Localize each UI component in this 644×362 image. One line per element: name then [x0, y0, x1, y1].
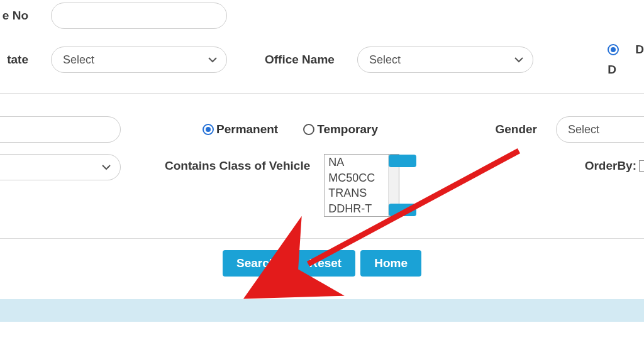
- input-left-cut[interactable]: [0, 116, 121, 143]
- search-button[interactable]: Search: [223, 250, 290, 277]
- multiselect-class-vehicle[interactable]: NA MC50CC TRANS DDHR-T: [324, 154, 399, 217]
- scrollbar[interactable]: [388, 155, 399, 216]
- select-gender[interactable]: Select: [556, 116, 644, 143]
- radio-right-top[interactable]: [608, 44, 621, 55]
- scroll-down-icon[interactable]: [389, 204, 416, 216]
- chevron-down-icon: [208, 55, 218, 65]
- radio-temporary[interactable]: Temporary: [303, 123, 378, 136]
- select-gender-value: Select: [568, 123, 599, 136]
- input-no[interactable]: [51, 3, 227, 29]
- label-no: e No: [0, 9, 28, 23]
- home-button[interactable]: Home: [360, 250, 421, 277]
- select-left-cut[interactable]: [0, 154, 121, 180]
- select-state[interactable]: Select: [51, 47, 227, 73]
- chevron-down-icon: [101, 162, 111, 172]
- label-right-top: D: [635, 43, 644, 57]
- select-state-value: Select: [63, 53, 94, 67]
- reset-button[interactable]: Reset: [295, 250, 355, 277]
- radio-dot-icon: [608, 44, 619, 55]
- select-office-value: Select: [369, 53, 401, 67]
- footer-band: [0, 299, 644, 322]
- scroll-up-icon[interactable]: [389, 155, 416, 167]
- radio-permanent-label: Permanent: [216, 123, 278, 136]
- label-right-bottom: D: [608, 63, 616, 76]
- radio-permanent[interactable]: Permanent: [203, 123, 278, 136]
- select-office[interactable]: Select: [357, 47, 533, 73]
- checkbox-orderby[interactable]: [639, 160, 644, 172]
- label-class-vehicle: Contains Class of Vehicle: [165, 159, 310, 173]
- label-orderby: OrderBy:: [585, 159, 636, 173]
- label-state: tate: [0, 53, 28, 67]
- chevron-down-icon: [514, 55, 524, 65]
- radio-dot-icon: [203, 124, 214, 135]
- radio-circle-icon: [303, 124, 314, 135]
- radio-temporary-label: Temporary: [317, 123, 378, 136]
- label-office-name: Office Name: [265, 53, 335, 67]
- label-gender: Gender: [457, 123, 537, 136]
